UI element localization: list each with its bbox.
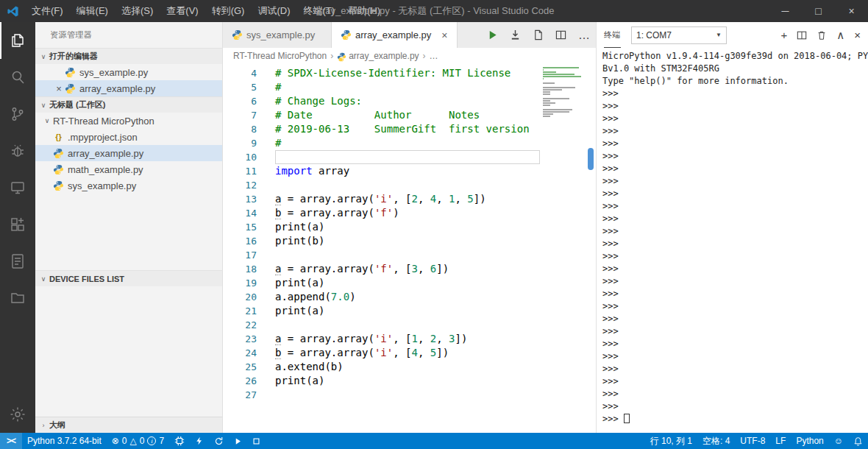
split-editor-button[interactable] [555,29,566,40]
minimap[interactable] [543,67,584,120]
menu-item[interactable]: 查看(V) [160,4,204,18]
eol-selector[interactable]: LF [770,433,791,449]
terminal-prompt-line: >>> [602,363,862,375]
debug-icon[interactable] [0,132,35,169]
notebook-icon[interactable] [0,243,35,280]
remote-device-icon[interactable] [0,169,35,206]
problems-indicator[interactable]: ⊗ 0 △ 0 i 7 [107,433,169,449]
tree-item[interactable]: math_example.py [35,161,222,177]
board-button[interactable] [169,433,190,449]
flash-download-button[interactable] [190,433,209,449]
terminal-tab[interactable]: 终端 [604,22,621,48]
open-editors-header[interactable]: ∨ 打开的编辑器 [35,48,222,64]
more-actions-button[interactable]: … [578,29,590,42]
breadcrumb-item[interactable]: array_example.py [349,51,419,61]
source-control-icon[interactable] [0,96,35,132]
terminal-selector-dropdown[interactable]: 1: COM7 ▼ [631,26,727,44]
editor-tab[interactable]: sys_example.py [223,22,332,48]
menu-item[interactable]: 编辑(E) [70,4,115,18]
breadcrumb-item[interactable]: … [430,51,438,61]
menu-item[interactable]: 转到(G) [205,4,252,18]
line-number: 18 [223,262,257,276]
terminal-prompt-line: >>> [602,175,862,188]
language-mode[interactable]: Python [791,433,828,449]
tree-item[interactable]: {}.mpyproject.json [35,129,222,145]
indentation[interactable]: 空格: 4 [697,433,735,449]
tree-item[interactable]: sys_example.py [35,177,222,194]
outline-header[interactable]: › 大纲 [35,417,222,433]
menu-item[interactable]: 文件(F) [25,4,70,18]
remote-indicator[interactable]: >< [0,433,22,449]
terminal-output-line: Type "help()" for more information. [602,75,862,88]
terminal-prompt-line: >>> [602,300,862,313]
close-window-button[interactable]: × [835,0,868,22]
close-tab-icon[interactable]: × [434,29,447,41]
split-terminal-button[interactable] [797,30,807,40]
terminal-panel-header: 终端 1: COM7 ▼ + ∧ × [597,22,868,48]
download-to-device-button[interactable] [510,29,521,40]
terminal-prompt-line: >>> [602,375,862,388]
line-number: 12 [223,178,257,192]
line-number: 25 [223,360,257,374]
line-number: 27 [223,388,257,402]
tree-item-label: .mpyproject.json [68,132,138,143]
maximize-panel-chevron-icon[interactable]: ∧ [836,29,844,42]
close-editor-icon[interactable]: × [53,83,65,94]
run-file-button[interactable] [487,29,498,40]
kill-terminal-trash-icon[interactable] [817,30,827,40]
info-icon: i [147,436,156,445]
breadcrumb-item[interactable]: RT-Thread MicroPython [233,51,327,61]
tab-bar-tabs: sys_example.pyarray_example.py× [223,22,458,48]
feedback-smiley-icon[interactable]: ☺ [829,433,848,449]
terminal-prompt-line: >>> [602,150,862,163]
open-file-button[interactable] [533,29,544,40]
menu-item[interactable]: 调试(D) [251,4,296,18]
device-files-header[interactable]: ∨ DEVICE FILES LIST [35,270,222,286]
sync-button[interactable] [209,433,229,449]
settings-gear-icon[interactable] [0,396,35,433]
workspace-tree: ∨RT-Thread MicroPython{}.mpyproject.json… [35,113,222,194]
open-editor-item[interactable]: ×array_example.py [35,80,222,96]
line-number: 14 [223,206,257,220]
python-interpreter-button[interactable]: Python 3.7.2 64-bit [22,433,107,449]
tree-item[interactable]: ∨RT-Thread MicroPython [35,113,222,129]
terminal-body[interactable]: MicroPython v1.9.4-114-g309fe39d on 2018… [597,48,868,433]
stop-button[interactable] [247,433,266,449]
chevron-down-icon: ∨ [38,275,49,283]
code-editor[interactable]: 4# SPDX-License-Identifier: MIT License5… [223,64,596,433]
cursor-position[interactable]: 行 10, 列 1 [645,433,697,449]
terminal-prompt-line: >>> [602,88,862,100]
menu-item[interactable]: 选择(S) [115,4,160,18]
minimize-button[interactable]: ─ [769,0,802,22]
extensions-icon[interactable] [0,206,35,243]
sidebar-title: 资源管理器 [35,22,222,48]
terminal-prompt-line: >>> [602,350,862,363]
code-line: 22 [223,318,596,332]
dropdown-arrow-icon: ▼ [716,32,722,38]
new-terminal-button[interactable]: + [780,29,787,41]
library-icon[interactable] [0,280,35,317]
open-editor-item[interactable]: sys_example.py [35,64,222,80]
titlebar: 文件(F)编辑(E)选择(S)查看(V)转到(G)调试(D)终端(T)帮助(H)… [0,0,868,22]
explorer-icon[interactable] [0,22,35,59]
close-panel-button[interactable]: × [854,29,861,41]
code-line: 12 [223,178,596,192]
maximize-button[interactable]: □ [802,0,835,22]
error-count: 0 [122,436,127,446]
notifications-bell-icon[interactable] [848,433,868,449]
line-number: 7 [223,108,257,122]
search-icon[interactable] [0,59,35,96]
editor-tab[interactable]: array_example.py× [332,22,458,48]
activity-bar [0,22,35,433]
code-line: 16print(b) [223,234,596,248]
breadcrumb-separator: › [423,51,426,61]
code-line: 13a = array.array('i', [2, 4, 1, 5]) [223,192,596,206]
activity-bar-bottom [0,396,35,433]
encoding[interactable]: UTF-8 [735,433,770,449]
workspace-header[interactable]: ∨ 无标题 (工作区) [35,96,222,113]
tree-item[interactable]: array_example.py [35,145,222,161]
line-number: 21 [223,304,257,318]
line-number: 4 [223,66,257,80]
python-file-icon [53,180,64,191]
run-button[interactable] [229,433,247,449]
